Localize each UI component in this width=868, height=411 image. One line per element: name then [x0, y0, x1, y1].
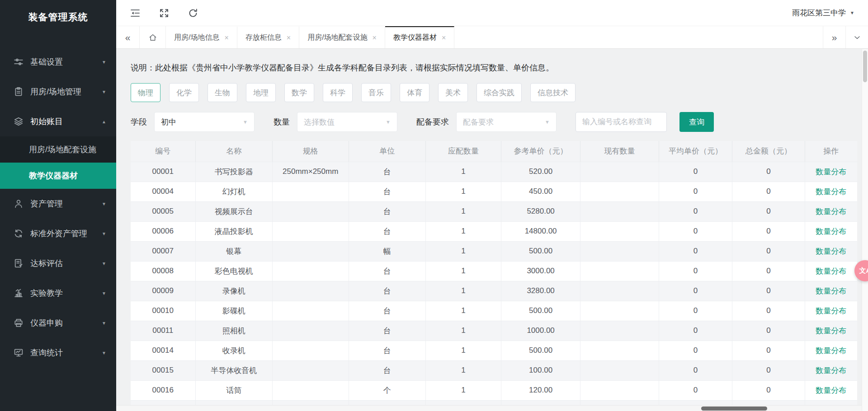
subject-filter-button[interactable]: 化学	[169, 83, 199, 102]
quantity-distribution-link[interactable]: 数量分布	[816, 366, 846, 375]
subject-filter-button[interactable]: 科学	[323, 83, 353, 102]
quantity-distribution-link[interactable]: 数量分布	[816, 207, 846, 216]
refresh-icon	[14, 229, 24, 238]
sidebar-item[interactable]: 用房/场地管理 ▼	[0, 77, 116, 107]
subject-filter-button[interactable]: 音乐	[361, 83, 391, 102]
tabs-list: 用房/场地信息 × 存放柜信息 × 用房/场地配套设施 × 教学仪器器材 ×	[166, 26, 454, 48]
close-icon[interactable]: ×	[373, 34, 377, 42]
table-cell-actions: 数量分布	[805, 281, 857, 301]
chevron-icon: ▼	[102, 261, 106, 266]
tabs-scroll-right-button[interactable]: »	[823, 26, 845, 48]
refresh-icon[interactable]	[188, 8, 198, 19]
tab[interactable]: 存放柜信息 ×	[237, 26, 299, 48]
table-cell: 照相机	[195, 321, 272, 341]
main-area: 雨花区第三中学 ▼ « 用房/场地信息 × 存放柜信息 × 用房/场地配套设施 …	[116, 0, 868, 411]
table-cell: 14800.00	[501, 221, 580, 241]
sidebar-subitem[interactable]: 用房/场地配套设施	[0, 136, 116, 163]
table-cell: 台	[349, 281, 425, 301]
subject-filter-button[interactable]: 信息技术	[530, 83, 576, 102]
table-cell-actions: 数量分布	[805, 182, 857, 201]
quantity-distribution-link[interactable]: 数量分布	[816, 168, 846, 176]
subject-filter-button[interactable]: 物理	[131, 83, 160, 102]
quantity-distribution-link[interactable]: 数量分布	[816, 386, 846, 395]
table-cell: 0	[732, 221, 805, 241]
quantity-distribution-link[interactable]: 数量分布	[816, 267, 846, 276]
subject-filter-button[interactable]: 地理	[246, 83, 276, 102]
table-cell: 收录机	[195, 341, 272, 360]
subject-filter-button[interactable]: 数学	[284, 83, 314, 102]
table-cell: 0	[659, 182, 732, 201]
monitor-icon	[14, 348, 24, 358]
tab[interactable]: 用房/场地配套设施 ×	[299, 26, 385, 48]
sidebar-item[interactable]: 标准外资产管理 ▼	[0, 219, 116, 248]
table-cell: 0	[659, 221, 732, 241]
sidebar-subitem[interactable]: 教学仪器器材	[0, 163, 116, 189]
sidebar: 装备管理系统 基础设置 ▼ 用房/场地管理 ▼ 初始账目 ▲ 用房/场地配套设施…	[0, 0, 116, 411]
table-row: 00008彩色电视机台13000.0000数量分布	[131, 261, 857, 281]
horizontal-scrollbar-thumb[interactable]	[701, 406, 767, 411]
quantity-distribution-link[interactable]: 数量分布	[816, 287, 846, 295]
subject-filter-button[interactable]: 综合实践	[476, 83, 522, 102]
table-cell: 录像机	[195, 281, 272, 301]
sidebar-item[interactable]: 初始账目 ▲	[0, 107, 116, 136]
table-cell: 1	[425, 341, 501, 360]
table-cell: 1	[425, 360, 501, 380]
subject-filter-button[interactable]: 体育	[400, 83, 429, 102]
subject-filter-bar: 物理化学生物地理数学科学音乐体育美术综合实践信息技术	[131, 83, 857, 102]
sidebar-item[interactable]: 资产管理 ▼	[0, 189, 116, 219]
table-cell: 1	[425, 261, 501, 281]
table-cell: 0	[732, 241, 805, 261]
table-cell	[272, 221, 349, 241]
table-cell: 0	[659, 341, 732, 360]
sidebar-item[interactable]: 查询统计 ▼	[0, 338, 116, 368]
table-cell	[272, 201, 349, 221]
sidebar-item[interactable]: 基础设置 ▼	[0, 47, 116, 77]
grade-select[interactable]: 初中 ▼	[154, 112, 255, 132]
tabs-scroll-left-button[interactable]: «	[116, 26, 140, 48]
table-cell: 0	[659, 281, 732, 301]
quantity-distribution-link[interactable]: 数量分布	[816, 327, 846, 335]
requirement-select[interactable]: 配备要求 ▼	[456, 112, 557, 132]
sidebar-item[interactable]: 仪器申购 ▼	[0, 308, 116, 338]
vertical-scrollbar[interactable]	[862, 49, 868, 411]
subject-filter-button[interactable]: 生物	[208, 83, 237, 102]
table-cell-actions: 数量分布	[805, 341, 857, 360]
table-cell: 0	[732, 380, 805, 400]
sidebar-item[interactable]: 达标评估 ▼	[0, 248, 116, 278]
table-cell: 250mm×250mm	[272, 162, 349, 182]
notice-text: 说明：此处根据《贵州省中小学教学仪器配备目录》生成各学科配备目录列表，请根据实际…	[131, 62, 857, 73]
school-dropdown[interactable]: 雨花区第三中学 ▼	[792, 8, 854, 18]
sidebar-submenu: 用房/场地配套设施 教学仪器器材	[0, 136, 116, 189]
quantity-distribution-link[interactable]: 数量分布	[816, 307, 846, 315]
tabs-menu-button[interactable]	[845, 26, 868, 48]
close-icon[interactable]: ×	[224, 34, 228, 42]
tab[interactable]: 用房/场地信息 ×	[166, 26, 237, 48]
chevron-down-icon: ▼	[850, 10, 854, 15]
table-cell: 台	[349, 321, 425, 341]
quantity-distribution-link[interactable]: 数量分布	[816, 346, 846, 355]
table-cell: 500.00	[501, 341, 580, 360]
search-input[interactable]	[576, 112, 667, 132]
table-cell	[580, 360, 659, 380]
vertical-scrollbar-thumb[interactable]	[863, 51, 867, 82]
quantity-distribution-link[interactable]: 数量分布	[816, 227, 846, 236]
quantity-distribution-link[interactable]: 数量分布	[816, 187, 846, 196]
tab[interactable]: 教学仪器器材 ×	[385, 26, 454, 48]
table-cell: 0	[732, 341, 805, 360]
table-cell: 450.00	[501, 182, 580, 201]
table-cell: 1	[425, 321, 501, 341]
search-button[interactable]: 查询	[679, 112, 714, 132]
table-cell: 1	[425, 301, 501, 321]
horizontal-scrollbar[interactable]	[116, 405, 862, 411]
fullscreen-icon[interactable]	[159, 8, 170, 19]
quantity-select[interactable]: 选择数值 ▼	[297, 112, 397, 132]
close-icon[interactable]: ×	[287, 34, 291, 42]
close-icon[interactable]: ×	[442, 34, 446, 42]
home-tab-button[interactable]	[140, 26, 166, 48]
quantity-distribution-link[interactable]: 数量分布	[816, 247, 846, 256]
sidebar-item[interactable]: 实验教学 ▼	[0, 278, 116, 308]
column-header: 单位	[349, 141, 425, 162]
collapse-sidebar-icon[interactable]	[130, 8, 141, 19]
table-cell: 视频展示台	[195, 201, 272, 221]
subject-filter-button[interactable]: 美术	[438, 83, 468, 102]
